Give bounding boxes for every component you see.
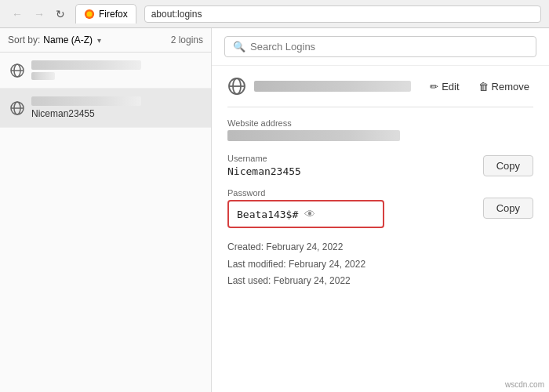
forward-button[interactable]: →: [30, 6, 49, 22]
password-label: Password: [227, 188, 475, 198]
remove-label: Remove: [492, 81, 529, 93]
password-field-group: Password Beata143$# 👁 Copy: [227, 188, 533, 228]
login-site-niceman-blurred: [31, 96, 141, 106]
detail-actions: ✏ Edit 🗑 Remove: [426, 78, 533, 95]
detail-site-info: [254, 81, 418, 92]
login-site-blurred: [31, 60, 141, 70]
last-used-date: Last used: February 24, 2022: [227, 273, 533, 290]
watermark: wscdn.com: [505, 380, 544, 389]
tab-bar: Firefox: [75, 4, 138, 24]
website-field-row: Website address: [227, 118, 533, 143]
globe-icon: [9, 63, 25, 78]
app-layout: Sort by: Name (A-Z) ▾ 2 logins: [0, 28, 549, 392]
password-field-box: Beata143$# 👁: [227, 200, 384, 228]
sidebar: Sort by: Name (A-Z) ▾ 2 logins: [0, 28, 212, 392]
address-text: about:logins: [151, 9, 202, 20]
svg-point-1: [87, 12, 93, 17]
search-bar: 🔍: [224, 36, 536, 57]
address-bar[interactable]: about:logins: [144, 5, 541, 23]
created-date: Created: February 24, 2022: [227, 239, 533, 256]
login-info-niceman: Niceman23455: [31, 96, 202, 119]
globe-icon-2: [9, 100, 25, 116]
metadata: Created: February 24, 2022 Last modified…: [227, 239, 533, 290]
login-username-niceman: Niceman23455: [31, 108, 202, 119]
edit-label: Edit: [442, 81, 459, 93]
sort-arrow-icon[interactable]: ▾: [97, 36, 101, 45]
browser-chrome: ← → ↻ Firefox about:logins: [0, 0, 549, 28]
copy-password-button[interactable]: Copy: [483, 198, 533, 219]
username-field-group: Username Niceman23455 Copy: [227, 154, 533, 177]
website-field-content: Website address: [227, 118, 533, 143]
refresh-button[interactable]: ↻: [52, 6, 69, 22]
detail-site-blurred: [254, 81, 411, 92]
browser-tab[interactable]: Firefox: [75, 4, 136, 24]
nav-buttons: ← → ↻: [8, 6, 69, 22]
login-site-sub-blurred: [31, 72, 55, 80]
tab-label: Firefox: [99, 9, 128, 20]
sidebar-toolbar: Sort by: Name (A-Z) ▾ 2 logins: [0, 28, 211, 53]
website-label: Website address: [227, 118, 533, 128]
eye-icon[interactable]: 👁: [304, 208, 315, 220]
username-value: Niceman23455: [227, 165, 475, 177]
firefox-favicon: [84, 9, 95, 20]
website-field-group: Website address: [227, 118, 533, 143]
globe-icon-detail: [227, 77, 246, 96]
sort-value[interactable]: Name (A-Z): [43, 34, 93, 45]
detail-header: ✏ Edit 🗑 Remove: [227, 77, 533, 96]
modified-date: Last modified: February 24, 2022: [227, 256, 533, 274]
login-item-niceman[interactable]: Niceman23455: [0, 89, 211, 128]
sort-by-label: Sort by:: [8, 34, 40, 45]
password-value: Beata143$#: [237, 209, 298, 220]
username-field-content: Username Niceman23455: [227, 154, 475, 177]
website-value-blurred: [227, 130, 400, 141]
username-label: Username: [227, 154, 475, 163]
login-info-blurred: [31, 60, 202, 80]
login-item[interactable]: [0, 53, 211, 89]
copy-username-button[interactable]: Copy: [483, 155, 533, 176]
search-input[interactable]: [250, 41, 528, 53]
search-icon: 🔍: [233, 41, 245, 53]
password-field-row: Password Beata143$# 👁 Copy: [227, 188, 533, 228]
edit-button[interactable]: ✏ Edit: [426, 78, 463, 95]
sidebar-list: Niceman23455: [0, 53, 211, 392]
content-panel: 🔍 ✏ Edit: [212, 28, 549, 392]
login-detail: ✏ Edit 🗑 Remove Website address: [212, 66, 549, 301]
password-field-content: Password Beata143$# 👁: [227, 188, 475, 228]
login-count: 2 logins: [171, 34, 203, 45]
pencil-icon: ✏: [430, 81, 438, 93]
remove-button[interactable]: 🗑 Remove: [474, 78, 533, 95]
separator-1: [227, 107, 533, 107]
username-field-row: Username Niceman23455 Copy: [227, 154, 533, 177]
back-button[interactable]: ←: [8, 6, 27, 22]
search-bar-wrap: 🔍: [212, 28, 549, 66]
trash-icon: 🗑: [478, 81, 489, 93]
